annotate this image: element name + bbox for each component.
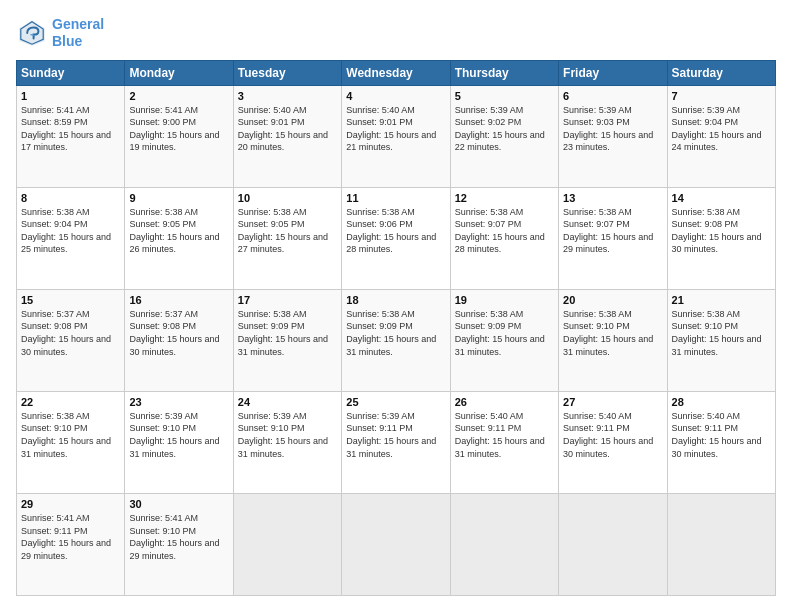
calendar-cell bbox=[667, 493, 775, 595]
day-number: 5 bbox=[455, 90, 554, 102]
weekday-header: Thursday bbox=[450, 60, 558, 85]
calendar-cell: 22 Sunrise: 5:38 AM Sunset: 9:10 PM Dayl… bbox=[17, 391, 125, 493]
day-number: 29 bbox=[21, 498, 120, 510]
calendar-cell: 19 Sunrise: 5:38 AM Sunset: 9:09 PM Dayl… bbox=[450, 289, 558, 391]
day-number: 10 bbox=[238, 192, 337, 204]
weekday-header: Sunday bbox=[17, 60, 125, 85]
calendar-cell: 21 Sunrise: 5:38 AM Sunset: 9:10 PM Dayl… bbox=[667, 289, 775, 391]
weekday-header: Tuesday bbox=[233, 60, 341, 85]
calendar-cell: 9 Sunrise: 5:38 AM Sunset: 9:05 PM Dayli… bbox=[125, 187, 233, 289]
calendar-week-row: 22 Sunrise: 5:38 AM Sunset: 9:10 PM Dayl… bbox=[17, 391, 776, 493]
cell-info: Sunrise: 5:38 AM Sunset: 9:04 PM Dayligh… bbox=[21, 206, 120, 256]
calendar-table: SundayMondayTuesdayWednesdayThursdayFrid… bbox=[16, 60, 776, 596]
day-number: 20 bbox=[563, 294, 662, 306]
page: General Blue SundayMondayTuesdayWednesda… bbox=[0, 0, 792, 612]
cell-info: Sunrise: 5:39 AM Sunset: 9:04 PM Dayligh… bbox=[672, 104, 771, 154]
day-number: 13 bbox=[563, 192, 662, 204]
day-number: 16 bbox=[129, 294, 228, 306]
day-number: 6 bbox=[563, 90, 662, 102]
day-number: 27 bbox=[563, 396, 662, 408]
day-number: 9 bbox=[129, 192, 228, 204]
calendar-cell: 3 Sunrise: 5:40 AM Sunset: 9:01 PM Dayli… bbox=[233, 85, 341, 187]
cell-info: Sunrise: 5:40 AM Sunset: 9:11 PM Dayligh… bbox=[563, 410, 662, 460]
calendar-cell: 14 Sunrise: 5:38 AM Sunset: 9:08 PM Dayl… bbox=[667, 187, 775, 289]
day-number: 18 bbox=[346, 294, 445, 306]
calendar-cell: 27 Sunrise: 5:40 AM Sunset: 9:11 PM Dayl… bbox=[559, 391, 667, 493]
weekday-header: Saturday bbox=[667, 60, 775, 85]
day-number: 7 bbox=[672, 90, 771, 102]
logo-text: General Blue bbox=[52, 16, 104, 50]
calendar-cell: 26 Sunrise: 5:40 AM Sunset: 9:11 PM Dayl… bbox=[450, 391, 558, 493]
cell-info: Sunrise: 5:39 AM Sunset: 9:10 PM Dayligh… bbox=[238, 410, 337, 460]
cell-info: Sunrise: 5:38 AM Sunset: 9:09 PM Dayligh… bbox=[238, 308, 337, 358]
calendar-cell: 5 Sunrise: 5:39 AM Sunset: 9:02 PM Dayli… bbox=[450, 85, 558, 187]
calendar-week-row: 15 Sunrise: 5:37 AM Sunset: 9:08 PM Dayl… bbox=[17, 289, 776, 391]
day-number: 12 bbox=[455, 192, 554, 204]
day-number: 8 bbox=[21, 192, 120, 204]
day-number: 26 bbox=[455, 396, 554, 408]
cell-info: Sunrise: 5:41 AM Sunset: 9:10 PM Dayligh… bbox=[129, 512, 228, 562]
calendar-cell: 16 Sunrise: 5:37 AM Sunset: 9:08 PM Dayl… bbox=[125, 289, 233, 391]
cell-info: Sunrise: 5:40 AM Sunset: 9:01 PM Dayligh… bbox=[346, 104, 445, 154]
day-number: 2 bbox=[129, 90, 228, 102]
calendar-week-row: 8 Sunrise: 5:38 AM Sunset: 9:04 PM Dayli… bbox=[17, 187, 776, 289]
calendar-cell: 10 Sunrise: 5:38 AM Sunset: 9:05 PM Dayl… bbox=[233, 187, 341, 289]
calendar-cell bbox=[342, 493, 450, 595]
cell-info: Sunrise: 5:38 AM Sunset: 9:09 PM Dayligh… bbox=[346, 308, 445, 358]
cell-info: Sunrise: 5:41 AM Sunset: 8:59 PM Dayligh… bbox=[21, 104, 120, 154]
header: General Blue bbox=[16, 16, 776, 50]
cell-info: Sunrise: 5:39 AM Sunset: 9:10 PM Dayligh… bbox=[129, 410, 228, 460]
cell-info: Sunrise: 5:38 AM Sunset: 9:07 PM Dayligh… bbox=[455, 206, 554, 256]
cell-info: Sunrise: 5:38 AM Sunset: 9:05 PM Dayligh… bbox=[129, 206, 228, 256]
day-number: 30 bbox=[129, 498, 228, 510]
day-number: 23 bbox=[129, 396, 228, 408]
svg-marker-0 bbox=[19, 20, 45, 46]
day-number: 28 bbox=[672, 396, 771, 408]
calendar-cell: 2 Sunrise: 5:41 AM Sunset: 9:00 PM Dayli… bbox=[125, 85, 233, 187]
calendar-cell: 24 Sunrise: 5:39 AM Sunset: 9:10 PM Dayl… bbox=[233, 391, 341, 493]
calendar-cell: 11 Sunrise: 5:38 AM Sunset: 9:06 PM Dayl… bbox=[342, 187, 450, 289]
logo: General Blue bbox=[16, 16, 104, 50]
cell-info: Sunrise: 5:38 AM Sunset: 9:10 PM Dayligh… bbox=[21, 410, 120, 460]
day-number: 25 bbox=[346, 396, 445, 408]
cell-info: Sunrise: 5:40 AM Sunset: 9:01 PM Dayligh… bbox=[238, 104, 337, 154]
day-number: 24 bbox=[238, 396, 337, 408]
calendar-cell: 17 Sunrise: 5:38 AM Sunset: 9:09 PM Dayl… bbox=[233, 289, 341, 391]
calendar-cell bbox=[559, 493, 667, 595]
weekday-header-row: SundayMondayTuesdayWednesdayThursdayFrid… bbox=[17, 60, 776, 85]
day-number: 22 bbox=[21, 396, 120, 408]
calendar-cell: 12 Sunrise: 5:38 AM Sunset: 9:07 PM Dayl… bbox=[450, 187, 558, 289]
calendar-cell bbox=[450, 493, 558, 595]
day-number: 15 bbox=[21, 294, 120, 306]
day-number: 4 bbox=[346, 90, 445, 102]
weekday-header: Friday bbox=[559, 60, 667, 85]
calendar-cell: 13 Sunrise: 5:38 AM Sunset: 9:07 PM Dayl… bbox=[559, 187, 667, 289]
weekday-header: Monday bbox=[125, 60, 233, 85]
cell-info: Sunrise: 5:40 AM Sunset: 9:11 PM Dayligh… bbox=[455, 410, 554, 460]
calendar-cell: 1 Sunrise: 5:41 AM Sunset: 8:59 PM Dayli… bbox=[17, 85, 125, 187]
cell-info: Sunrise: 5:38 AM Sunset: 9:06 PM Dayligh… bbox=[346, 206, 445, 256]
cell-info: Sunrise: 5:37 AM Sunset: 9:08 PM Dayligh… bbox=[129, 308, 228, 358]
cell-info: Sunrise: 5:39 AM Sunset: 9:03 PM Dayligh… bbox=[563, 104, 662, 154]
calendar-cell: 23 Sunrise: 5:39 AM Sunset: 9:10 PM Dayl… bbox=[125, 391, 233, 493]
day-number: 11 bbox=[346, 192, 445, 204]
cell-info: Sunrise: 5:41 AM Sunset: 9:11 PM Dayligh… bbox=[21, 512, 120, 562]
cell-info: Sunrise: 5:38 AM Sunset: 9:07 PM Dayligh… bbox=[563, 206, 662, 256]
cell-info: Sunrise: 5:37 AM Sunset: 9:08 PM Dayligh… bbox=[21, 308, 120, 358]
calendar-cell: 8 Sunrise: 5:38 AM Sunset: 9:04 PM Dayli… bbox=[17, 187, 125, 289]
cell-info: Sunrise: 5:38 AM Sunset: 9:10 PM Dayligh… bbox=[563, 308, 662, 358]
weekday-header: Wednesday bbox=[342, 60, 450, 85]
calendar-cell: 15 Sunrise: 5:37 AM Sunset: 9:08 PM Dayl… bbox=[17, 289, 125, 391]
cell-info: Sunrise: 5:41 AM Sunset: 9:00 PM Dayligh… bbox=[129, 104, 228, 154]
day-number: 1 bbox=[21, 90, 120, 102]
cell-info: Sunrise: 5:38 AM Sunset: 9:10 PM Dayligh… bbox=[672, 308, 771, 358]
day-number: 3 bbox=[238, 90, 337, 102]
cell-info: Sunrise: 5:38 AM Sunset: 9:08 PM Dayligh… bbox=[672, 206, 771, 256]
calendar-cell: 30 Sunrise: 5:41 AM Sunset: 9:10 PM Dayl… bbox=[125, 493, 233, 595]
cell-info: Sunrise: 5:38 AM Sunset: 9:05 PM Dayligh… bbox=[238, 206, 337, 256]
logo-icon bbox=[16, 17, 48, 49]
calendar-cell: 4 Sunrise: 5:40 AM Sunset: 9:01 PM Dayli… bbox=[342, 85, 450, 187]
calendar-cell bbox=[233, 493, 341, 595]
calendar-cell: 28 Sunrise: 5:40 AM Sunset: 9:11 PM Dayl… bbox=[667, 391, 775, 493]
calendar-cell: 29 Sunrise: 5:41 AM Sunset: 9:11 PM Dayl… bbox=[17, 493, 125, 595]
